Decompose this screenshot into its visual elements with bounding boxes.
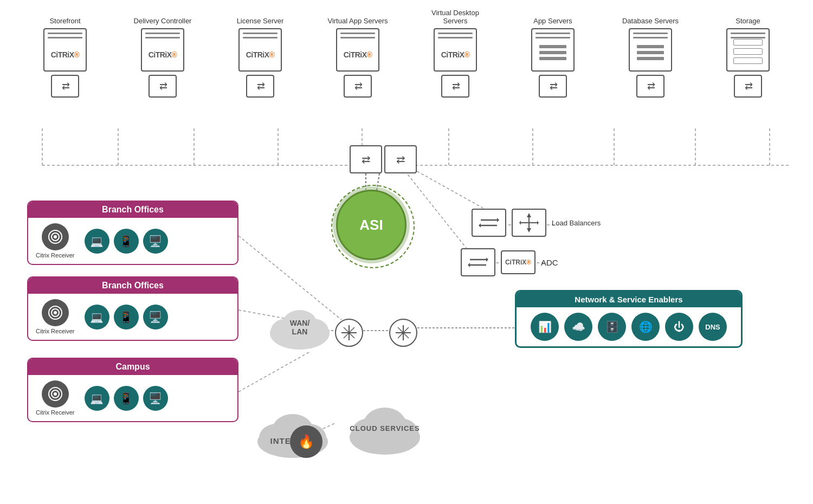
adc-label: ADC bbox=[541, 258, 558, 267]
storefront-switch: ⇄ bbox=[51, 75, 79, 98]
adc-switch bbox=[461, 248, 495, 276]
receiver-1: Citrix Receiver bbox=[36, 223, 75, 259]
switch-arrows-storage: ⇄ bbox=[745, 80, 752, 92]
svg-point-33 bbox=[54, 311, 57, 314]
nse-icon-cloud: ☁️ bbox=[564, 313, 592, 341]
load-balancers-section: Load Balancers bbox=[472, 209, 601, 237]
virtual-app-label: Virtual App Servers bbox=[327, 5, 388, 25]
asi-label: ASI bbox=[359, 217, 383, 234]
switch-arrows-vdesktop: ⇄ bbox=[452, 80, 459, 92]
svg-marker-64 bbox=[537, 221, 539, 225]
nse-title: Network & Service Enablers bbox=[517, 292, 741, 307]
cloud-services-label: CLOUD SERVICES bbox=[341, 424, 428, 432]
server-license: License Server CiTRiX® ⇄ bbox=[228, 5, 293, 98]
laptop-icon-2: 💻 bbox=[85, 305, 109, 329]
branch-offices-2: Branch Offices Citrix Receiver 💻 📱 🖥️ bbox=[27, 276, 238, 341]
svg-marker-59 bbox=[497, 218, 499, 222]
campus-content: Citrix Receiver 💻 📱 🖥️ bbox=[36, 380, 230, 416]
main-switch-pair: ⇄ ⇄ bbox=[350, 145, 417, 173]
dc-switch: ⇄ bbox=[149, 75, 177, 98]
citrix-logo-vapp: CiTRiX® bbox=[344, 50, 372, 59]
branch-offices-1-title: Branch Offices bbox=[28, 202, 237, 218]
virtual-app-box: CiTRiX® bbox=[336, 28, 379, 72]
junction-left bbox=[335, 319, 363, 347]
server-storage: Storage ⇄ bbox=[715, 5, 780, 98]
receiver-3: Citrix Receiver bbox=[36, 380, 75, 416]
vapp-switch: ⇄ bbox=[344, 75, 372, 98]
nse-icon-power: ⏻ bbox=[665, 313, 693, 341]
adc-citrix-logo: CiTRiX® bbox=[501, 250, 535, 274]
storefront-box: CiTRiX® bbox=[43, 28, 87, 72]
receiver-label-1: Citrix Receiver bbox=[36, 252, 75, 259]
license-label: License Server bbox=[237, 5, 284, 25]
svg-point-36 bbox=[54, 392, 57, 396]
cloud-services: CLOUD SERVICES bbox=[341, 398, 428, 458]
laptop-icon-3: 💻 bbox=[85, 386, 109, 411]
nse-icon-dns: DNS bbox=[699, 313, 727, 341]
receiver-icon-2 bbox=[42, 299, 69, 326]
nse-icon-monitor: 📊 bbox=[531, 313, 559, 341]
license-box: CiTRiX® bbox=[238, 28, 282, 72]
main-switch-left: ⇄ bbox=[350, 145, 382, 173]
main-switch-right-arrows: ⇄ bbox=[396, 153, 405, 166]
app-switch: ⇄ bbox=[539, 75, 567, 98]
server-database: Database Servers ⇄ bbox=[618, 5, 683, 98]
storage-switch: ⇄ bbox=[734, 75, 762, 98]
switch-arrows-app: ⇄ bbox=[550, 80, 557, 92]
database-switch: ⇄ bbox=[636, 75, 664, 98]
delivery-controller-label: Delivery Controller bbox=[134, 5, 192, 25]
database-box bbox=[629, 28, 672, 72]
svg-marker-66 bbox=[519, 221, 521, 225]
server-icon-2: 🖥️ bbox=[143, 305, 168, 329]
lb-up-arrows bbox=[512, 209, 546, 237]
lb-label: Load Balancers bbox=[552, 219, 601, 227]
switch-arrows-license: ⇄ bbox=[257, 80, 264, 92]
receiver-icon-1 bbox=[42, 223, 69, 250]
database-label: Database Servers bbox=[622, 5, 679, 25]
license-switch: ⇄ bbox=[246, 75, 274, 98]
svg-line-17 bbox=[238, 352, 309, 392]
server-delivery-controller: Delivery Controller CiTRiX® ⇄ bbox=[130, 5, 195, 98]
internet-icon: 🔥 bbox=[290, 425, 322, 458]
campus-title: Campus bbox=[28, 359, 237, 375]
delivery-controller-box: CiTRiX® bbox=[141, 28, 184, 72]
virtual-desktop-box: CiTRiX® bbox=[434, 28, 477, 72]
branch-offices-1-content: Citrix Receiver 💻 📱 🖥️ bbox=[36, 223, 230, 259]
wan-cloud: WAN/LAN bbox=[264, 303, 335, 352]
tablet-icon-3: 📱 bbox=[114, 386, 139, 411]
citrix-logo-dc: CiTRiX® bbox=[149, 50, 177, 59]
main-switch-right: ⇄ bbox=[384, 145, 417, 173]
nse-icons: 📊 ☁️ 🗄️ 🌐 ⏻ DNS bbox=[524, 313, 733, 341]
svg-marker-63 bbox=[527, 213, 531, 217]
server-storefront: Storefront CiTRiX® ⇄ bbox=[33, 5, 98, 98]
server-icon-3: 🖥️ bbox=[143, 386, 168, 411]
switch-arrows-database: ⇄ bbox=[647, 80, 654, 92]
wan-label: WAN/LAN bbox=[264, 319, 335, 336]
storage-box bbox=[726, 28, 770, 72]
switch-arrows-storefront: ⇄ bbox=[62, 80, 69, 92]
virtual-desktop-label: Virtual Desktop Servers bbox=[423, 5, 488, 25]
svg-marker-70 bbox=[468, 263, 470, 267]
junction-right bbox=[389, 319, 417, 347]
svg-marker-69 bbox=[486, 257, 488, 262]
lb-switch bbox=[472, 209, 506, 237]
branch-offices-2-content: Citrix Receiver 💻 📱 🖥️ bbox=[36, 299, 230, 334]
main-switch-left-arrows: ⇄ bbox=[362, 153, 371, 166]
branch-offices-1: Branch Offices Citrix Receiver 💻 📱 🖥️ bbox=[27, 201, 238, 265]
asi-circle: ASI bbox=[336, 190, 406, 260]
tablet-icon-1: 📱 bbox=[114, 229, 139, 254]
server-app: App Servers ⇄ bbox=[520, 5, 585, 98]
vdesktop-switch: ⇄ bbox=[441, 75, 469, 98]
svg-marker-60 bbox=[479, 223, 481, 228]
storefront-label: Storefront bbox=[49, 5, 80, 25]
storage-label: Storage bbox=[735, 5, 760, 25]
citrix-logo-vdesktop: CiTRiX® bbox=[441, 50, 470, 59]
branch-offices-2-title: Branch Offices bbox=[28, 277, 237, 294]
switch-arrows-dc: ⇄ bbox=[159, 80, 166, 92]
receiver-2: Citrix Receiver bbox=[36, 299, 75, 334]
svg-point-30 bbox=[54, 235, 57, 238]
nse-icon-database: 🗄️ bbox=[598, 313, 626, 341]
switch-arrows-vapp: ⇄ bbox=[354, 80, 362, 92]
receiver-label-3: Citrix Receiver bbox=[36, 409, 75, 416]
receiver-icon-3 bbox=[42, 380, 69, 408]
